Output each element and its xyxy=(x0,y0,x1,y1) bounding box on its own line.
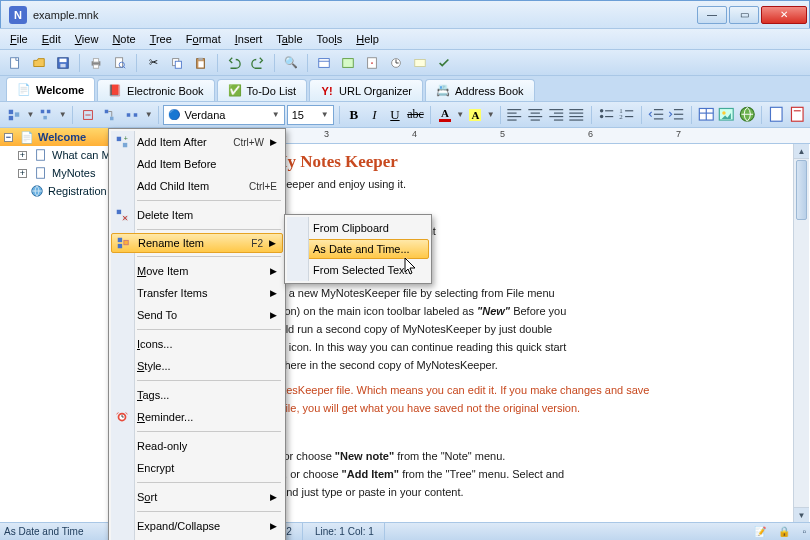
menu-item[interactable]: Expand/Collapse▶ xyxy=(111,515,283,537)
shortcut-label: F2 xyxy=(251,238,263,249)
menu-item[interactable]: Encrypt xyxy=(111,457,283,479)
menu-item[interactable]: Move Item▶ xyxy=(111,260,283,282)
tab-label: Address Book xyxy=(455,85,523,97)
tree-tool-2[interactable] xyxy=(36,104,56,126)
tab-label: Welcome xyxy=(36,84,84,96)
menu-edit[interactable]: Edit xyxy=(36,31,67,47)
menu-tools[interactable]: Tools xyxy=(311,31,349,47)
open-file-icon[interactable] xyxy=(28,52,50,74)
format-toolbar: ▼ ▼ ▼ 🔵 Verdana ▼ 15 ▼ B I U abc A ▼ A ▼… xyxy=(0,102,810,128)
tree-tool-4[interactable] xyxy=(100,104,120,126)
main-toolbar: ✂ 🔍 xyxy=(0,50,810,76)
menu-item[interactable]: Icons... xyxy=(111,333,283,355)
list-bullet-icon[interactable] xyxy=(597,105,616,125)
tab-electronic-book[interactable]: 📕 Electronic Book xyxy=(97,79,214,101)
cut-icon[interactable]: ✂ xyxy=(142,52,164,74)
svg-rect-81 xyxy=(123,143,127,147)
menu-item[interactable]: Rename ItemF2▶ xyxy=(111,233,283,253)
align-justify-icon[interactable] xyxy=(567,105,586,125)
outdent-icon[interactable] xyxy=(647,105,666,125)
scroll-thumb[interactable] xyxy=(796,160,807,220)
font-name-select[interactable]: 🔵 Verdana ▼ xyxy=(163,105,284,125)
menu-item[interactable]: Send To▶ xyxy=(111,304,283,326)
highlight-button[interactable]: A xyxy=(466,105,485,125)
menu-item[interactable]: Tags... xyxy=(111,384,283,406)
svg-rect-32 xyxy=(105,109,109,113)
svg-rect-6 xyxy=(93,64,98,68)
vertical-scrollbar[interactable]: ▲ ▼ xyxy=(793,144,809,522)
menu-item[interactable]: Transfer Items▶ xyxy=(111,282,283,304)
tool-icon-1[interactable] xyxy=(313,52,335,74)
svg-rect-87 xyxy=(118,238,122,242)
align-right-icon[interactable] xyxy=(547,105,566,125)
image-icon[interactable] xyxy=(717,105,736,125)
redo-icon[interactable] xyxy=(247,52,269,74)
shortcut-label: Ctrl+E xyxy=(249,181,277,192)
menu-help[interactable]: Help xyxy=(350,31,385,47)
submenu-arrow-icon: ▶ xyxy=(270,521,277,531)
menu-item[interactable]: +Add Item AfterCtrl+W▶ xyxy=(111,131,283,153)
list-number-icon[interactable]: 12 xyxy=(617,105,636,125)
tool-icon-2[interactable] xyxy=(337,52,359,74)
extra-icon-2[interactable] xyxy=(788,105,807,125)
italic-button[interactable]: I xyxy=(365,105,384,125)
paste-icon[interactable] xyxy=(190,52,212,74)
print-icon[interactable] xyxy=(85,52,107,74)
tab-todo[interactable]: ✅ To-Do List xyxy=(217,79,308,101)
align-left-icon[interactable] xyxy=(505,105,524,125)
menu-item[interactable]: Sort▶ xyxy=(111,486,283,508)
bold-button[interactable]: B xyxy=(345,105,364,125)
menu-item[interactable]: Add Child ItemCtrl+E xyxy=(111,175,283,197)
link-icon[interactable] xyxy=(738,105,757,125)
tab-welcome[interactable]: 📄 Welcome xyxy=(6,77,95,101)
expand-icon[interactable]: + xyxy=(18,169,27,178)
tab-address-book[interactable]: 📇 Address Book xyxy=(425,79,534,101)
tool-icon-5[interactable] xyxy=(409,52,431,74)
menu-item[interactable]: Read-only xyxy=(111,435,283,457)
tree-tool-1[interactable] xyxy=(4,104,24,126)
extra-icon-1[interactable] xyxy=(767,105,786,125)
font-color-button[interactable]: A xyxy=(436,105,455,125)
tool-icon-6[interactable] xyxy=(433,52,455,74)
tree-tool-5[interactable] xyxy=(122,104,142,126)
table-icon[interactable] xyxy=(697,105,716,125)
status-icon: 📝 xyxy=(754,526,766,537)
minimize-button[interactable]: — xyxy=(697,6,727,24)
menu-item[interactable]: Delete Item xyxy=(111,204,283,226)
font-size-select[interactable]: 15 ▼ xyxy=(287,105,334,125)
close-button[interactable]: ✕ xyxy=(761,6,807,24)
menu-item[interactable]: Add Item Before xyxy=(111,153,283,175)
tool-icon-4[interactable] xyxy=(385,52,407,74)
undo-icon[interactable] xyxy=(223,52,245,74)
tree-tool-3[interactable] xyxy=(78,104,98,126)
collapse-icon[interactable]: − xyxy=(4,133,13,142)
align-center-icon[interactable] xyxy=(526,105,545,125)
menu-file[interactable]: File xyxy=(4,31,34,47)
menu-item[interactable]: Reminder... xyxy=(111,406,283,428)
menu-note[interactable]: Note xyxy=(106,31,141,47)
menu-format[interactable]: Format xyxy=(180,31,227,47)
menu-insert[interactable]: Insert xyxy=(229,31,269,47)
tab-url-organizer[interactable]: Y! URL Organizer xyxy=(309,79,423,101)
menu-view[interactable]: View xyxy=(69,31,105,47)
strike-button[interactable]: abc xyxy=(406,105,425,125)
copy-icon[interactable] xyxy=(166,52,188,74)
save-icon[interactable] xyxy=(52,52,74,74)
scroll-up-icon[interactable]: ▲ xyxy=(794,144,809,159)
svg-rect-77 xyxy=(37,150,45,161)
tab-label: To-Do List xyxy=(247,85,297,97)
search-icon[interactable]: 🔍 xyxy=(280,52,302,74)
note-icon: 📄 xyxy=(20,131,34,144)
menu-tree[interactable]: Tree xyxy=(144,31,178,47)
new-file-icon[interactable] xyxy=(4,52,26,74)
expand-icon[interactable]: + xyxy=(18,151,27,160)
preview-icon[interactable] xyxy=(109,52,131,74)
menu-item[interactable]: Style... xyxy=(111,355,283,377)
tool-icon-3[interactable] xyxy=(361,52,383,74)
indent-icon[interactable] xyxy=(667,105,686,125)
maximize-button[interactable]: ▭ xyxy=(729,6,759,24)
scroll-down-icon[interactable]: ▼ xyxy=(794,507,809,522)
underline-button[interactable]: U xyxy=(386,105,405,125)
menu-item-label: Rename Item xyxy=(138,237,245,249)
menu-table[interactable]: Table xyxy=(270,31,308,47)
